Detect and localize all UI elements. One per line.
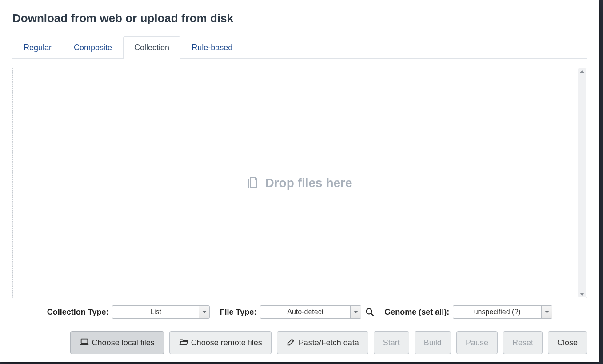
file-type-value: Auto-detect xyxy=(260,306,350,318)
modal-title: Download from web or upload from disk xyxy=(12,12,587,25)
reset-label: Reset xyxy=(512,338,533,348)
paste-fetch-label: Paste/Fetch data xyxy=(299,338,359,348)
laptop-icon xyxy=(80,337,89,349)
file-type-group: File Type: Auto-detect xyxy=(220,305,375,319)
collection-type-group: Collection Type: List xyxy=(47,305,210,319)
collection-type-value: List xyxy=(112,306,199,318)
close-label: Close xyxy=(557,338,578,348)
file-type-select[interactable]: Auto-detect xyxy=(260,305,361,319)
pause-label: Pause xyxy=(466,338,488,348)
dropzone-scrollbar[interactable] xyxy=(578,68,586,297)
genome-select[interactable]: unspecified (?) xyxy=(453,305,552,319)
choose-remote-label: Choose remote files xyxy=(191,338,262,348)
pause-button[interactable]: Pause xyxy=(456,331,498,354)
search-icon[interactable] xyxy=(365,307,375,317)
choose-remote-files-button[interactable]: Choose remote files xyxy=(169,331,272,354)
tab-rule-based[interactable]: Rule-based xyxy=(180,36,244,59)
genome-group: Genome (set all): unspecified (?) xyxy=(384,305,552,319)
build-label: Build xyxy=(424,338,442,348)
svg-point-0 xyxy=(367,309,372,314)
tab-regular[interactable]: Regular xyxy=(12,36,63,59)
chevron-down-icon xyxy=(350,306,361,318)
paste-fetch-button[interactable]: Paste/Fetch data xyxy=(277,331,368,354)
collection-type-select[interactable]: List xyxy=(112,305,210,319)
edit-icon xyxy=(286,337,296,349)
tab-composite[interactable]: Composite xyxy=(63,36,123,59)
file-dropzone[interactable]: Drop files here xyxy=(12,68,587,298)
upload-modal: Download from web or upload from disk Re… xyxy=(0,0,599,362)
choose-local-label: Choose local files xyxy=(92,338,155,348)
svg-line-1 xyxy=(371,313,373,316)
controls-row: Collection Type: List File Type: Auto-de… xyxy=(12,305,587,319)
dropzone-container: Drop files here xyxy=(12,68,587,298)
folder-open-icon xyxy=(179,337,188,349)
close-button[interactable]: Close xyxy=(548,331,587,354)
genome-label: Genome (set all): xyxy=(384,308,449,317)
upload-tabs: Regular Composite Collection Rule-based xyxy=(12,36,587,59)
start-button[interactable]: Start xyxy=(374,331,409,354)
genome-value: unspecified (?) xyxy=(453,306,541,318)
reset-button[interactable]: Reset xyxy=(503,331,543,354)
dropzone-text: Drop files here xyxy=(265,176,352,190)
chevron-down-icon xyxy=(199,306,209,318)
build-button[interactable]: Build xyxy=(415,331,451,354)
svg-rect-2 xyxy=(81,339,88,343)
choose-local-files-button[interactable]: Choose local files xyxy=(70,331,164,354)
files-icon xyxy=(247,176,259,190)
action-buttons: Choose local files Choose remote files P… xyxy=(12,331,587,354)
start-label: Start xyxy=(383,338,400,348)
file-type-label: File Type: xyxy=(220,308,256,317)
chevron-down-icon xyxy=(541,306,552,318)
tab-collection[interactable]: Collection xyxy=(123,36,180,59)
collection-type-label: Collection Type: xyxy=(47,308,109,317)
